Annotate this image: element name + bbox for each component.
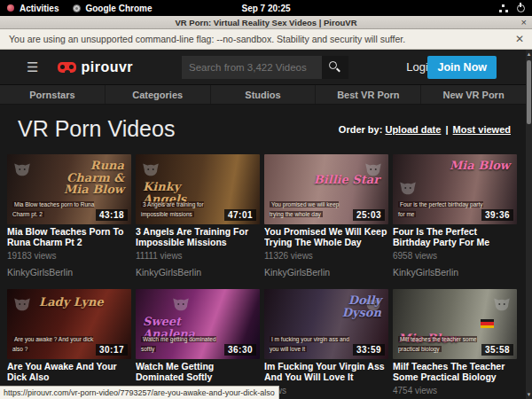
video-title-link[interactable]: Are You Awake And Your Dick Also bbox=[7, 362, 131, 382]
order-by: Order by: Upload date | Most viewed bbox=[339, 124, 511, 135]
video-views: 6958 views bbox=[393, 251, 517, 262]
logo-text: pirouvr bbox=[81, 59, 133, 75]
video-title-link[interactable]: Four Is The Perfect Birthday Party For M… bbox=[393, 227, 517, 247]
search-button[interactable] bbox=[322, 56, 348, 79]
nav-item-pornstars[interactable]: Pornstars bbox=[0, 85, 105, 104]
scrollbar[interactable]: ▲ ▼ bbox=[526, 50, 532, 399]
studio-cat-mask-icon bbox=[141, 159, 160, 178]
video-views: views bbox=[264, 386, 388, 396]
studio-link[interactable]: KinkyGirlsBerlin bbox=[393, 267, 517, 278]
video-title-link[interactable]: Mia Blow Teaches Porn To Runa Charm Pt 2 bbox=[7, 227, 131, 247]
active-app-label: Google Chrome bbox=[85, 4, 152, 13]
infobar-close-icon[interactable]: ✕ bbox=[515, 33, 524, 45]
video-title-link[interactable]: Milf Teaches The Teacher Some Practical … bbox=[393, 362, 517, 382]
order-by-label: Order by: bbox=[339, 124, 383, 135]
video-title-link[interactable]: Watch Me Getting Dominated Softly bbox=[136, 362, 260, 382]
search-input[interactable] bbox=[182, 56, 322, 79]
video-views: 4754 views bbox=[393, 386, 517, 396]
thumbnail-performer-name: Lady Lyne bbox=[39, 296, 104, 309]
thumbnail-performer-name: Billie Star bbox=[314, 174, 379, 186]
video-views: 11111 views bbox=[136, 251, 260, 262]
video-title-link[interactable]: Im Fucking Your Virgin Ass And You Will … bbox=[264, 362, 388, 382]
page-viewport: ☰ pirouvr Login Join Now PornstarsCatego… bbox=[0, 50, 532, 399]
duration-badge: 30:17 bbox=[96, 344, 128, 356]
duration-badge: 36:30 bbox=[224, 344, 256, 356]
duration-badge: 33:59 bbox=[353, 344, 385, 356]
video-views: 11326 views bbox=[264, 251, 388, 262]
studio-link[interactable]: KinkyGirlsBerlin bbox=[264, 267, 388, 278]
site-logo[interactable]: pirouvr bbox=[58, 59, 133, 75]
thumbnail-performer-name: Dolly Dyson bbox=[310, 294, 381, 318]
video-thumbnail[interactable]: Dolly Dyson I m fucking your virgin ass … bbox=[264, 289, 388, 359]
video-grid: Runa Charm & Mia Blow Mia Blow teaches p… bbox=[7, 154, 523, 399]
network-icon[interactable] bbox=[499, 4, 508, 12]
video-thumbnail[interactable]: Billie Star You promised we will keep tr… bbox=[264, 154, 388, 224]
site-header: ☰ pirouvr Login Join Now bbox=[0, 50, 532, 85]
active-app-menu[interactable]: Google Chrome bbox=[73, 4, 152, 13]
thumbnail-caption: 3 Angels are training for impossible mis… bbox=[141, 200, 226, 219]
video-thumbnail[interactable]: Kinky Angels 3 Angels are training for i… bbox=[136, 154, 260, 224]
duration-badge: 47:01 bbox=[224, 209, 256, 221]
page-title: VR Porn Videos bbox=[18, 116, 175, 142]
search-icon bbox=[329, 61, 337, 69]
thumbnail-performer-name: Mia Blow bbox=[450, 160, 510, 172]
menu-icon[interactable]: ☰ bbox=[27, 59, 38, 75]
thumbnail-performer-name: Runa Charm & Mia Blow bbox=[53, 160, 124, 196]
video-card: Sweet Analena Watch me getting dominated… bbox=[136, 289, 260, 399]
duration-badge: 43:18 bbox=[96, 209, 128, 221]
thumbnail-caption: You promised we will keep trying the who… bbox=[270, 200, 355, 219]
studio-link[interactable]: KinkyGirlsBerlin bbox=[136, 267, 260, 278]
duration-badge: 25:03 bbox=[353, 209, 385, 221]
studio-cat-mask-icon bbox=[12, 159, 32, 178]
video-card: Runa Charm & Mia Blow Mia Blow teaches p… bbox=[7, 154, 131, 278]
scroll-up-icon[interactable]: ▲ bbox=[526, 50, 532, 59]
studio-cat-mask-icon bbox=[171, 293, 191, 313]
screen: Activities Google Chrome Sep 7 20:25 VR … bbox=[0, 0, 532, 399]
order-upload-date-link[interactable]: Upload date bbox=[385, 124, 441, 135]
main-nav: PornstarsCategoriesStudiosBest VR PornNe… bbox=[0, 85, 526, 105]
power-icon[interactable] bbox=[517, 4, 525, 12]
video-card: Kinky Angels 3 Angels are training for i… bbox=[136, 154, 260, 278]
german-flag-icon bbox=[481, 319, 494, 328]
chrome-infobar: You are using an unsupported command-lin… bbox=[0, 29, 532, 50]
vr-goggles-icon bbox=[58, 62, 76, 73]
window-title-bar: VR Porn: Virtual Reality Sex Videos | Pi… bbox=[0, 16, 532, 29]
duration-badge: 35:58 bbox=[481, 344, 513, 356]
activities-button[interactable]: Activities bbox=[20, 4, 59, 13]
video-card: Mia Blow Four is the perfect birthday pa… bbox=[393, 154, 517, 278]
thumbnail-caption: Watch me getting dominated softly bbox=[141, 335, 226, 354]
studio-cat-mask-icon bbox=[12, 293, 32, 313]
duration-badge: 39:36 bbox=[481, 209, 513, 221]
video-card: Dolly Dyson I m fucking your virgin ass … bbox=[264, 289, 388, 399]
window-close-button[interactable]: × bbox=[521, 17, 527, 27]
video-thumbnail[interactable]: Mia Blow Four is the perfect birthday pa… bbox=[393, 154, 517, 224]
nav-item-studios[interactable]: Studios bbox=[210, 85, 316, 104]
studio-link[interactable]: KinkyGirlsBerlin bbox=[7, 267, 131, 278]
video-thumbnail[interactable]: Lady Lyne Are you awake ? And your dick … bbox=[7, 289, 131, 359]
studio-cat-mask-icon bbox=[398, 177, 418, 197]
clock[interactable]: Sep 7 20:25 bbox=[241, 4, 290, 13]
distro-icon bbox=[7, 4, 14, 12]
thumbnail-caption: I m fucking your virgin ass and you will… bbox=[270, 335, 355, 354]
video-card: Billie Star You promised we will keep tr… bbox=[264, 154, 388, 278]
studio-cat-mask-icon bbox=[492, 293, 512, 313]
chrome-icon bbox=[73, 4, 81, 12]
thumbnail-caption: Milf teaches the teacher some practical … bbox=[398, 335, 483, 354]
video-thumbnail[interactable]: Runa Charm & Mia Blow Mia Blow teaches p… bbox=[7, 154, 131, 224]
infobar-message: You are using an unsupported command-lin… bbox=[9, 34, 405, 44]
nav-item-categories[interactable]: Categories bbox=[105, 85, 210, 104]
video-views: 19183 views bbox=[7, 251, 131, 262]
order-most-viewed-link[interactable]: Most viewed bbox=[453, 124, 511, 135]
video-thumbnail[interactable]: Mia Blow Milf teaches the teacher some p… bbox=[393, 289, 517, 359]
scrollbar-thumb[interactable] bbox=[527, 60, 531, 124]
thumbnail-caption: Are you awake ? And your dick also ? bbox=[12, 335, 98, 354]
nav-item-new-vr-porn[interactable]: New VR Porn bbox=[420, 85, 526, 104]
video-thumbnail[interactable]: Sweet Analena Watch me getting dominated… bbox=[136, 289, 260, 359]
join-now-button[interactable]: Join Now bbox=[427, 56, 497, 79]
nav-item-best-vr-porn[interactable]: Best VR Porn bbox=[315, 85, 420, 104]
scroll-down-icon[interactable]: ▼ bbox=[526, 390, 532, 399]
video-title-link[interactable]: 3 Angels Are Training For Impossible Mis… bbox=[136, 227, 260, 247]
thumbnail-caption: Four is the perfect birthday party for m… bbox=[398, 200, 483, 219]
video-card: Lady Lyne Are you awake ? And your dick … bbox=[7, 289, 131, 399]
video-title-link[interactable]: You Promised We Will Keep Trying The Who… bbox=[264, 227, 388, 247]
